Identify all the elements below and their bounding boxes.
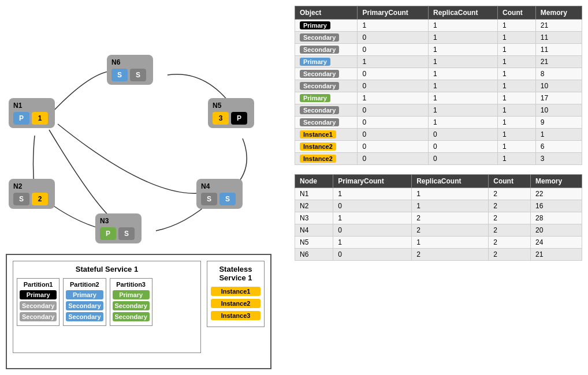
legend-box: Stateful Service 1 Partition1 Primary Se… [6, 254, 271, 369]
node-replica-cell: 1 [412, 200, 489, 212]
object-table-row: Secondary 0 1 1 8 [295, 68, 582, 80]
memory-cell: 6 [535, 141, 582, 153]
node-count-cell: 2 [489, 224, 531, 237]
node-table-header-replica: ReplicaCount [412, 175, 489, 188]
replica-count-cell: 1 [429, 80, 498, 92]
replica-count-cell: 1 [429, 92, 498, 104]
count-cell: 1 [498, 68, 536, 80]
node-table-header-count: Count [489, 175, 531, 188]
right-panel: Object PrimaryCount ReplicaCount Count M… [289, 0, 588, 375]
object-table-row: Primary 1 1 1 21 [295, 56, 582, 68]
primary-count-cell: 0 [358, 32, 429, 44]
chip-P-black-N5: P [231, 112, 247, 125]
memory-cell: 17 [535, 92, 582, 104]
node-table-header-primary: PrimaryCount [333, 175, 412, 188]
object-badge: Instance2 [300, 155, 336, 163]
object-badge: Secondary [300, 70, 339, 78]
node-memory-cell: 28 [531, 212, 582, 224]
node-primary-cell: 0 [333, 200, 412, 212]
node-N1-label: N1 [13, 102, 22, 110]
chip-S-gray-N6: S [130, 69, 146, 81]
network-diagram: N1 P 1 N2 S 2 N3 P S N4 S S N5 3 P [0, 0, 283, 248]
object-badge: Primary [300, 94, 330, 102]
replica-count-cell: 1 [429, 117, 498, 129]
chip-2-yellow: 2 [32, 193, 48, 205]
memory-cell: 1 [535, 129, 582, 141]
node-N5-chips: 3 P [213, 112, 247, 125]
object-cell: Primary [295, 56, 358, 68]
object-cell: Instance2 [295, 153, 358, 165]
memory-cell: 3 [535, 153, 582, 165]
node-table-row: N6 0 2 2 21 [295, 249, 582, 261]
node-N2: N2 S 2 [9, 179, 55, 209]
object-table-row: Instance2 0 0 1 3 [295, 153, 582, 165]
stateless-instance2: Instance2 [211, 299, 260, 308]
partition3-secondary2: Secondary [113, 312, 150, 321]
replica-count-cell: 0 [429, 153, 498, 165]
node-N6-chips: S S [111, 69, 146, 81]
object-badge: Secondary [300, 106, 339, 114]
object-table-row: Secondary 0 1 1 10 [295, 104, 582, 117]
count-cell: 1 [498, 104, 536, 117]
object-badge: Instance2 [300, 142, 336, 151]
partition2-secondary2: Secondary [66, 312, 103, 321]
count-cell: 1 [498, 129, 536, 141]
chip-S-gray-N4a: S [201, 193, 217, 205]
object-cell: Primary [295, 92, 358, 104]
primary-count-cell: 0 [358, 117, 429, 129]
node-name-cell: N5 [295, 237, 333, 249]
object-cell: Primary [295, 20, 358, 32]
object-table-header-memory: Memory [535, 6, 582, 20]
partition1-secondary2: Secondary [20, 312, 57, 321]
object-cell: Secondary [295, 117, 358, 129]
memory-cell: 9 [535, 117, 582, 129]
stateful-service-section: Stateful Service 1 Partition1 Primary Se… [13, 261, 201, 353]
partition2-title: Partition2 [66, 281, 103, 288]
object-cell: Instance2 [295, 141, 358, 153]
object-cell: Secondary [295, 68, 358, 80]
node-table-row: N4 0 2 2 20 [295, 224, 582, 237]
object-badge: Primary [300, 58, 330, 66]
primary-count-cell: 0 [358, 153, 429, 165]
partition2-primary: Primary [66, 290, 103, 299]
primary-count-cell: 0 [358, 104, 429, 117]
node-N4-chips: S S [201, 193, 236, 205]
node-table-header-node: Node [295, 175, 333, 188]
node-N1: N1 P 1 [9, 98, 55, 128]
partition3-secondary1: Secondary [113, 301, 150, 310]
object-badge: Secondary [300, 118, 339, 126]
node-count-cell: 2 [489, 249, 531, 261]
node-count-cell: 2 [489, 237, 531, 249]
primary-count-cell: 1 [358, 92, 429, 104]
replica-count-cell: 1 [429, 32, 498, 44]
node-table-row: N3 1 2 2 28 [295, 212, 582, 224]
replica-count-cell: 1 [429, 68, 498, 80]
node-N5: N5 3 P [208, 98, 254, 128]
partition3-title: Partition3 [113, 281, 150, 288]
node-replica-cell: 2 [412, 212, 489, 224]
object-table-row: Primary 1 1 1 21 [295, 20, 582, 32]
chip-1-yellow: 1 [32, 112, 48, 125]
node-name-cell: N1 [295, 188, 333, 200]
node-replica-cell: 2 [412, 224, 489, 237]
node-memory-cell: 16 [531, 200, 582, 212]
replica-count-cell: 1 [429, 104, 498, 117]
stateless-instance3: Instance3 [211, 311, 260, 320]
replica-count-cell: 1 [429, 20, 498, 32]
memory-cell: 21 [535, 20, 582, 32]
node-primary-cell: 1 [333, 237, 412, 249]
primary-count-cell: 1 [358, 20, 429, 32]
node-table-row: N1 1 1 2 22 [295, 188, 582, 200]
node-N4-label: N4 [201, 182, 210, 190]
partition3: Partition3 Primary Secondary Secondary [110, 278, 152, 326]
partition2-secondary1: Secondary [66, 301, 103, 310]
object-table-header-primary: PrimaryCount [358, 6, 429, 20]
partition1-primary: Primary [20, 290, 57, 299]
node-replica-cell: 1 [412, 237, 489, 249]
memory-cell: 10 [535, 80, 582, 92]
count-cell: 1 [498, 153, 536, 165]
node-N5-label: N5 [213, 102, 221, 110]
object-table-row: Secondary 0 1 1 11 [295, 32, 582, 44]
node-N3-label: N3 [100, 217, 109, 225]
node-name-cell: N6 [295, 249, 333, 261]
